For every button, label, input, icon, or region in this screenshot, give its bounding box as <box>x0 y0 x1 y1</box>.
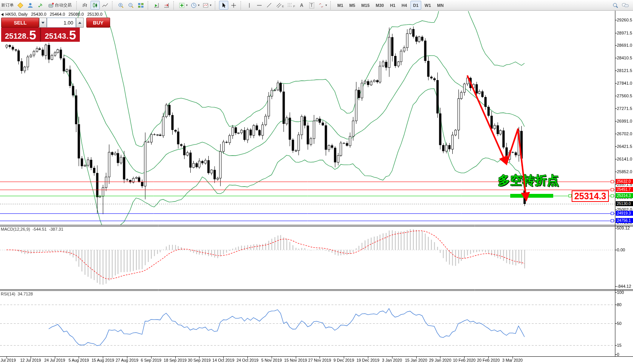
low-value: 25080.0 <box>69 12 84 16</box>
autotrading-robot-icon <box>48 2 54 8</box>
crosshair-button[interactable] <box>229 1 238 10</box>
metaeditor-icon <box>17 2 23 8</box>
bid-ask-price-row: 25128.5 25143.5 <box>1 28 80 42</box>
clock-icon <box>191 2 197 8</box>
bar-chart-icon <box>82 2 88 8</box>
toolbar-separator <box>330 1 333 10</box>
buy-button[interactable]: BUY <box>86 18 110 28</box>
zoom-out-icon <box>128 2 134 8</box>
new-order-button[interactable]: 新订单 <box>1 1 15 10</box>
timeframe-m5[interactable]: M5 <box>347 1 358 10</box>
triangle-down-icon <box>41 22 45 24</box>
rsi-name: RSI <box>1 292 8 296</box>
equidistant-channel-button[interactable]: E <box>275 1 285 10</box>
zoom-in-icon <box>118 2 124 8</box>
horizontal-line-button[interactable] <box>255 1 264 10</box>
main-toolbar: 新订单 自动交易 <box>0 0 633 11</box>
text-button[interactable]: A <box>297 1 306 10</box>
macd-signal-value: -387.31 <box>49 227 63 231</box>
one-click-trade-panel: SELL BUY 25128.5 25143.5 <box>1 18 110 42</box>
sell-button[interactable]: SELL <box>1 18 39 28</box>
timeframe-m15[interactable]: M15 <box>359 1 372 10</box>
autotrading-label: 自动交易 <box>55 2 72 8</box>
toolbar-separator <box>241 1 243 10</box>
community-button[interactable] <box>26 1 35 10</box>
chart-ohlc-header: HK50, Daily 25430.0 25464.0 25080.0 2513… <box>5 12 102 16</box>
tile-windows-icon <box>138 2 144 8</box>
fibonacci-button[interactable]: F <box>286 1 296 10</box>
vertical-line-button[interactable] <box>245 1 254 10</box>
buy-price[interactable]: 25143.5 <box>41 28 80 42</box>
timeframe-m30[interactable]: M30 <box>373 1 386 10</box>
macd-params: (12,26,9) <box>13 227 30 231</box>
line-chart-icon <box>102 2 108 8</box>
timeframe-m1[interactable]: M1 <box>335 1 346 10</box>
toolbar-separator <box>148 1 150 10</box>
chat-bubbles-icon <box>622 2 629 8</box>
vertical-line-icon <box>246 2 252 8</box>
volume-input[interactable] <box>47 18 76 28</box>
symbol-period-label: HK50, Daily <box>5 12 28 16</box>
buy-price-frac: 5 <box>69 30 76 41</box>
chat-button[interactable] <box>621 1 630 10</box>
chart-marker-icon <box>1 13 3 16</box>
trendline-button[interactable] <box>265 1 274 10</box>
fibonacci-icon <box>287 2 293 8</box>
toolbar-separator <box>112 1 114 10</box>
support-highlight-bar[interactable] <box>510 194 553 198</box>
sell-price[interactable]: 25128.5 <box>1 28 40 42</box>
zoom-in-button[interactable] <box>116 1 125 10</box>
cursor-arrow-icon <box>221 2 227 8</box>
toolbar-separator <box>173 1 176 10</box>
open-value: 25430.0 <box>31 12 46 16</box>
bar-chart-button[interactable] <box>81 1 90 10</box>
timeframe-group: M1M5M15M30H1H4D1W1MN <box>334 1 447 10</box>
macd-label: MACD(12,26,9)-544.51-387.31 <box>1 227 63 231</box>
zoom-out-button[interactable] <box>126 1 135 10</box>
template-icon <box>203 2 209 8</box>
text-label-button[interactable]: T <box>307 1 316 10</box>
sell-price-main: 25128 <box>5 32 26 41</box>
tile-windows-button[interactable] <box>136 1 145 10</box>
volume-increase-button[interactable] <box>76 18 84 28</box>
sell-price-frac: 5 <box>29 30 36 41</box>
volume-decrease-button[interactable] <box>39 18 47 28</box>
line-chart-button[interactable] <box>101 1 110 10</box>
indicators-button[interactable]: ▾ <box>178 1 189 10</box>
candlestick-chart-button[interactable] <box>91 1 100 10</box>
price-callout-label[interactable]: 25314.3 <box>572 190 609 202</box>
turning-point-annotation[interactable]: 多空转折点 <box>498 172 559 189</box>
signals-button[interactable] <box>36 1 45 10</box>
cursor-button[interactable] <box>219 1 228 10</box>
macd-name: MACD <box>1 227 13 231</box>
timeframe-w1[interactable]: W1 <box>422 1 434 10</box>
autotrading-button[interactable]: 自动交易 <box>46 1 74 10</box>
metaeditor-button[interactable] <box>16 1 25 10</box>
auto-scroll-button[interactable] <box>152 1 161 10</box>
trendline-icon <box>266 2 272 8</box>
search-button[interactable] <box>611 1 620 10</box>
candlestick-chart-icon <box>92 2 98 8</box>
rsi-params: (14) <box>8 292 15 296</box>
community-icon <box>27 2 33 8</box>
auto-scroll-icon <box>153 2 160 8</box>
channel-icon <box>276 2 282 8</box>
triangle-up-icon <box>78 22 81 24</box>
mt4-window: 新订单 自动交易 <box>0 0 633 364</box>
macd-value: -544.51 <box>32 227 46 231</box>
periods-button[interactable]: ▾ <box>190 1 201 10</box>
timeframe-d1[interactable]: D1 <box>410 1 421 10</box>
new-order-label: 新订单 <box>1 2 14 8</box>
rsi-label: RSI(14)34.7128 <box>1 292 33 296</box>
arrows-icon <box>318 2 324 8</box>
arrows-button[interactable]: ▾ <box>317 1 328 10</box>
timeframe-mn[interactable]: MN <box>434 1 446 10</box>
rsi-value: 34.7128 <box>18 292 33 296</box>
chart-shift-button[interactable] <box>162 1 171 10</box>
timeframe-h4[interactable]: H4 <box>399 1 410 10</box>
search-icon <box>612 2 618 8</box>
high-value: 25464.0 <box>50 12 65 16</box>
chart-shift-icon <box>163 2 170 8</box>
timeframe-h1[interactable]: H1 <box>387 1 398 10</box>
templates-button[interactable]: ▾ <box>201 1 213 10</box>
